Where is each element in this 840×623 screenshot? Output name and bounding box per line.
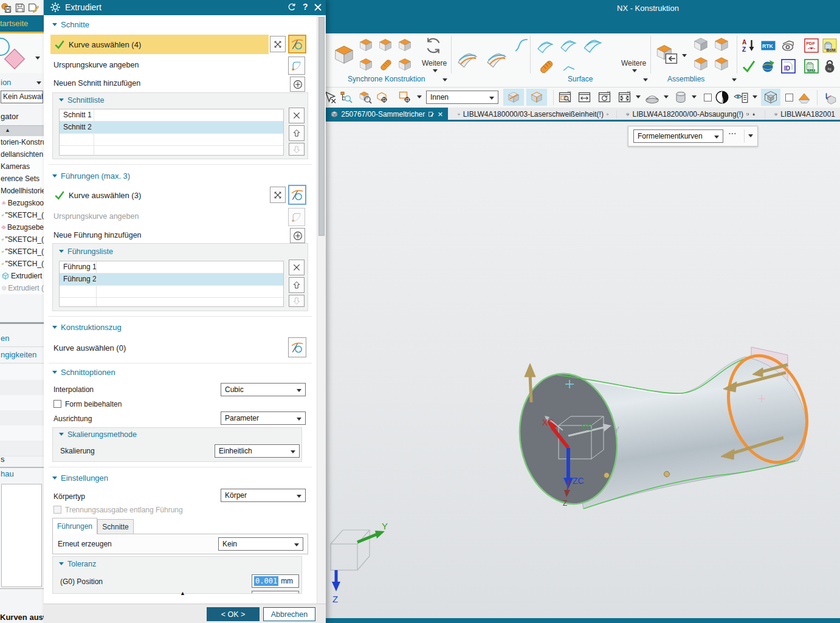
group-label[interactable]: Synchrone Konstruktion xyxy=(348,75,425,83)
delete-face-icon[interactable] xyxy=(378,38,393,52)
trennung-checkbox-disabled[interactable] xyxy=(53,506,61,514)
tree-item[interactable]: Bezugsebe xyxy=(0,221,44,233)
move-face-icon[interactable] xyxy=(333,44,355,66)
curve-select-button[interactable] xyxy=(288,337,306,357)
list-item[interactable]: Führung 1 xyxy=(60,261,283,274)
curve-select-button-active[interactable] xyxy=(288,35,306,53)
tree-item[interactable]: Bezugskoo xyxy=(0,197,44,209)
ruled-surface-icon[interactable] xyxy=(456,47,479,71)
toggle-checkbox[interactable] xyxy=(704,94,712,102)
tree-item[interactable]: "SKETCH_( xyxy=(0,209,44,221)
section-header-einstellungen[interactable]: Einstellungen xyxy=(52,473,108,483)
scrollbar-thumb[interactable] xyxy=(318,17,325,236)
chevron-down-icon[interactable] xyxy=(752,95,757,98)
snap-point-icon[interactable] xyxy=(376,91,389,104)
show-hide-icon[interactable] xyxy=(733,90,749,106)
replace-face-icon[interactable] xyxy=(359,57,373,72)
selection-filter-input[interactable]: Kein Auswah xyxy=(1,91,43,103)
ok-button[interactable]: < OK > xyxy=(207,607,260,621)
tree-item[interactable]: dellansichten xyxy=(0,148,44,160)
highlight-faces-toggle[interactable] xyxy=(526,89,547,106)
move-component-icon[interactable] xyxy=(714,36,729,52)
interpolation-combo[interactable]: Cubic xyxy=(221,383,306,396)
pdf-export-icon[interactable]: PDF xyxy=(804,38,819,53)
maximize-view-icon[interactable] xyxy=(618,90,632,105)
tree-header[interactable]: ▲ xyxy=(0,125,44,137)
origin-curve-button-disabled[interactable] xyxy=(288,208,305,226)
move-down-button-disabled[interactable] xyxy=(289,143,305,156)
skalierung-combo[interactable]: Einheitlich xyxy=(215,444,300,458)
save-icon[interactable] xyxy=(15,2,26,13)
move-up-button[interactable] xyxy=(289,277,305,293)
list-header[interactable]: Schnittliste xyxy=(59,96,104,105)
group-label[interactable]: Assemblies xyxy=(667,75,704,83)
part-tab[interactable]: LIBLW4A180000/03-Laserschweißeinheit(!) xyxy=(453,108,613,121)
save-as-icon[interactable] xyxy=(28,2,39,13)
tree-item[interactable]: torien-Konstru xyxy=(0,136,44,148)
assembly-constraints-icon[interactable] xyxy=(693,36,709,52)
more-button[interactable]: Weitere xyxy=(621,59,646,67)
section-header-schnitte[interactable]: Schnitte xyxy=(52,20,89,29)
add-new-set-button[interactable] xyxy=(290,77,305,92)
tree-item[interactable]: "SKETCH_( xyxy=(0,258,44,270)
fit-view-icon[interactable] xyxy=(577,90,592,105)
appearance-icon[interactable] xyxy=(715,90,729,105)
dialog-scrollbar[interactable] xyxy=(317,15,326,604)
dialog-titlebar[interactable]: Extrudiert ? xyxy=(44,0,326,15)
studio-spline-icon[interactable] xyxy=(513,36,530,53)
deselect-button[interactable] xyxy=(270,36,286,52)
panel-fragment[interactable]: s xyxy=(1,455,5,464)
graphics-viewport[interactable]: Formelementkurven ⋯ xyxy=(326,122,840,618)
refresh-view-icon[interactable] xyxy=(597,90,612,105)
koerpertyp-combo[interactable]: Körper xyxy=(221,489,306,502)
selection-tree-icon[interactable] xyxy=(339,91,353,104)
dialog-launcher-icon[interactable] xyxy=(732,78,737,81)
through-curves-icon[interactable] xyxy=(582,35,603,55)
work-section-toggle[interactable] xyxy=(761,89,780,106)
section-view-icon[interactable] xyxy=(796,90,812,106)
help-icon[interactable]: ? xyxy=(303,2,308,12)
dialog-launcher-icon[interactable] xyxy=(442,78,447,81)
swoop-surface-icon[interactable] xyxy=(559,36,577,54)
check-mate-icon[interactable] xyxy=(742,59,756,74)
weight-icon[interactable]: kg xyxy=(822,59,837,74)
bom-icon[interactable]: BoM xyxy=(822,38,837,53)
remove-button[interactable] xyxy=(289,260,305,275)
swept-surface-icon[interactable] xyxy=(485,47,508,71)
tree-item[interactable]: Kameras xyxy=(0,160,44,173)
g1-tangency-input-clipped[interactable] xyxy=(252,591,299,594)
sync-modeling-icon[interactable] xyxy=(424,36,442,55)
part-tab[interactable]: LIBLW4A182001 xyxy=(769,108,840,121)
remove-button[interactable] xyxy=(289,108,305,123)
dialog-launcher-icon[interactable] xyxy=(643,78,648,81)
section-header-konstruktionszug[interactable]: Konstruktionszug xyxy=(52,323,122,332)
rtk-icon[interactable]: RTK xyxy=(761,38,776,53)
erneut-combo[interactable]: Kein xyxy=(218,537,303,551)
select-curve-row-highlighted[interactable]: Kurve auswählen (4) xyxy=(50,35,269,54)
panel-fragment[interactable]: hau xyxy=(1,469,14,478)
collapse-dialog-arrow[interactable]: ▲ xyxy=(180,590,185,596)
rotate-part-icon[interactable] xyxy=(781,38,796,53)
g0-position-input[interactable]: 0.001 mm xyxy=(252,574,299,588)
select-curve-row[interactable]: Kurve auswählen (3) xyxy=(50,186,269,204)
toggle-checkbox[interactable] xyxy=(785,94,793,102)
chevron-down-icon[interactable] xyxy=(417,95,422,98)
tree-item[interactable]: "SKETCH_( xyxy=(0,246,44,258)
origin-curve-button[interactable] xyxy=(288,57,305,75)
tree-item[interactable]: Modellhistorie xyxy=(0,185,44,197)
resize-blend-icon[interactable] xyxy=(378,57,393,72)
move-up-button[interactable] xyxy=(289,125,305,141)
list-item-selected[interactable]: Führung 2 xyxy=(60,274,283,286)
chevron-down-icon[interactable] xyxy=(664,95,669,98)
selection-scope-combo[interactable]: Innen xyxy=(426,91,498,104)
panel-fragment[interactable]: en xyxy=(1,334,9,343)
guide-point[interactable] xyxy=(604,473,610,478)
tree-item[interactable]: Extrudiert xyxy=(0,270,44,282)
orient-view-icon[interactable] xyxy=(822,90,838,106)
navigator-tab-fragment[interactable]: gator xyxy=(1,112,19,121)
copy-face-icon[interactable] xyxy=(359,38,373,52)
tab-startseite[interactable]: tartseite xyxy=(0,15,44,33)
rectangle-select-icon[interactable] xyxy=(398,91,411,104)
part-tab[interactable]: LIBLW4A182000/00-Absaugung(!) xyxy=(621,108,760,121)
close-icon[interactable] xyxy=(314,3,322,12)
